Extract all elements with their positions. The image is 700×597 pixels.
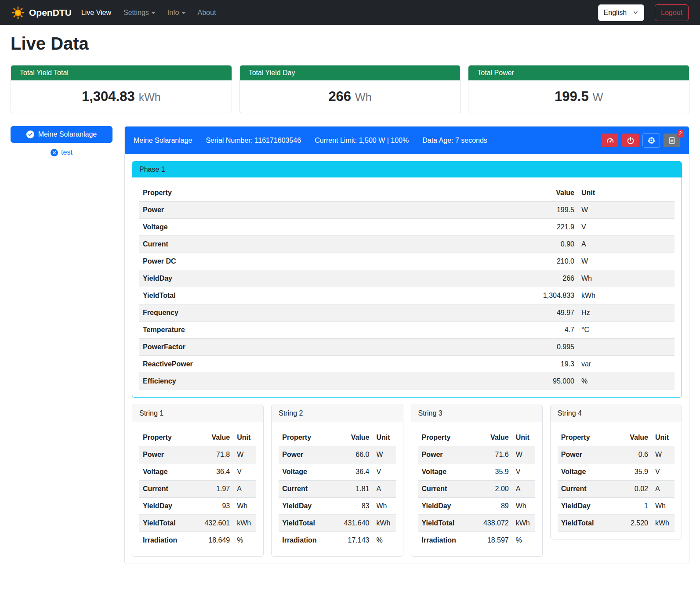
- value-cell: 4.7: [521, 322, 578, 339]
- property-cell: Efficiency: [139, 373, 521, 390]
- inverter-select-meine-solaranlage[interactable]: Meine Solaranlage: [11, 126, 112, 143]
- language-value: English: [604, 9, 627, 17]
- string-table: Property Value Unit Power66.0WVoltage36.…: [279, 429, 395, 549]
- value-cell: 18.597: [475, 532, 512, 549]
- inverter-limit: Current Limit: 1,500 W | 100%: [315, 137, 409, 145]
- nav-about[interactable]: About: [192, 5, 222, 20]
- table-row: Current2.00A: [418, 481, 535, 498]
- string-table-body: Power71.8WVoltage36.4VCurrent1.97AYieldD…: [139, 446, 256, 549]
- property-cell: Power DC: [139, 253, 521, 270]
- value-cell: 36.4: [196, 463, 233, 481]
- property-cell: Power: [139, 446, 196, 463]
- phase-table-body: Power199.5WVoltage221.9VCurrent0.90APowe…: [139, 202, 675, 390]
- property-cell: Irradiation: [418, 532, 475, 549]
- property-cell: Current: [139, 481, 196, 498]
- table-row: Voltage36.4V: [139, 463, 256, 481]
- property-cell: YieldDay: [279, 498, 335, 515]
- table-header-row: Property Value Unit: [279, 429, 395, 446]
- string-table: Property Value Unit Power71.6WVoltage35.…: [418, 429, 535, 549]
- table-row: Current0.02A: [558, 481, 675, 498]
- check-circle-icon: [26, 130, 34, 138]
- inverter-option-label: Meine Solaranlage: [38, 130, 97, 138]
- col-property: Property: [558, 429, 614, 446]
- logout-button[interactable]: Logout: [655, 4, 689, 21]
- property-cell: Current: [558, 481, 614, 498]
- device-info-button[interactable]: [643, 134, 660, 147]
- table-row: PowerFactor0.995: [139, 339, 675, 356]
- gauge-icon: [606, 136, 614, 145]
- nav-live-view[interactable]: Live View: [75, 5, 117, 20]
- table-row: Irradiation18.649%: [139, 532, 256, 549]
- value-cell: 438.072: [475, 515, 512, 532]
- value-cell: 2.00: [475, 481, 512, 498]
- unit-cell: V: [578, 219, 675, 236]
- total-yield-day-card: Total Yield Day 266Wh: [239, 65, 461, 113]
- inverter-select-test[interactable]: test: [11, 148, 112, 156]
- unit-cell: var: [578, 356, 675, 373]
- col-unit: Unit: [652, 429, 675, 446]
- phase-table: Property Value Unit Power199.5WVoltage22…: [139, 185, 675, 390]
- property-cell: Voltage: [418, 463, 475, 481]
- property-cell: Current: [139, 236, 521, 253]
- unit-cell: V: [373, 463, 396, 481]
- property-cell: YieldTotal: [418, 515, 475, 532]
- string-card-title: String 3: [411, 405, 542, 422]
- power-button[interactable]: [622, 134, 639, 147]
- value-cell: 95.000: [521, 373, 578, 390]
- unit-cell: %: [512, 532, 535, 549]
- property-cell: Voltage: [558, 463, 614, 481]
- limit-settings-button[interactable]: [602, 134, 618, 147]
- language-select[interactable]: English: [598, 4, 644, 21]
- unit-cell: V: [512, 463, 535, 481]
- card-title: Total Yield Day: [240, 65, 461, 80]
- unit-cell: A: [512, 481, 535, 498]
- string-card-body: Property Value Unit Power71.6WVoltage35.…: [411, 422, 542, 556]
- value-cell: 35.9: [475, 463, 512, 481]
- string-card-body: Property Value Unit Power66.0WVoltage36.…: [272, 422, 403, 556]
- value-cell: 1.81: [335, 481, 373, 498]
- brand-name: OpenDTU: [29, 7, 72, 18]
- total-yield-total-card: Total Yield Total 1,304.83kWh: [11, 65, 232, 113]
- nav-info[interactable]: Info: [161, 5, 192, 20]
- col-unit: Unit: [233, 429, 256, 446]
- property-cell: Temperature: [139, 322, 521, 339]
- top-navbar: OpenDTU Live View Settings Info About En…: [0, 0, 700, 25]
- table-row: Voltage221.9V: [139, 219, 675, 236]
- property-cell: YieldTotal: [139, 287, 521, 304]
- nav-settings[interactable]: Settings: [117, 5, 161, 20]
- string-card-body: Property Value Unit Power0.6WVoltage35.9…: [551, 422, 682, 539]
- unit-cell: W: [512, 446, 535, 463]
- col-value: Value: [521, 185, 578, 202]
- summary-cards: Total Yield Total 1,304.83kWh Total Yiel…: [11, 65, 689, 113]
- journal-icon: [668, 137, 676, 145]
- table-row: YieldDay1Wh: [558, 498, 675, 515]
- table-row: Power66.0W: [279, 446, 395, 463]
- string-card-title: String 2: [272, 405, 403, 422]
- string-card-title: String 4: [551, 405, 682, 422]
- property-cell: YieldDay: [558, 498, 614, 515]
- value-cell: 17.143: [335, 532, 373, 549]
- col-property: Property: [279, 429, 335, 446]
- property-cell: Power: [139, 202, 521, 219]
- col-property: Property: [139, 185, 521, 202]
- nav-right: English Logout: [598, 4, 689, 21]
- string-table-body: Power0.6WVoltage35.9VCurrent0.02AYieldDa…: [558, 446, 675, 532]
- value-cell: 0.90: [521, 236, 578, 253]
- table-row: YieldTotal432.601kWh: [139, 515, 256, 532]
- property-cell: Power: [558, 446, 614, 463]
- brand[interactable]: OpenDTU: [11, 6, 72, 19]
- value-cell: 1: [614, 498, 652, 515]
- table-row: YieldDay93Wh: [139, 498, 256, 515]
- inverter-actions: 2: [602, 134, 680, 147]
- table-row: Current0.90A: [139, 236, 675, 253]
- unit-cell: W: [652, 446, 675, 463]
- value-cell: 19.3: [521, 356, 578, 373]
- event-log-button[interactable]: 2: [664, 134, 680, 147]
- page-container: Live Data Total Yield Total 1,304.83kWh …: [0, 34, 700, 577]
- value-cell: 1.97: [196, 481, 233, 498]
- col-value: Value: [614, 429, 652, 446]
- value-cell: 71.6: [475, 446, 512, 463]
- property-cell: YieldDay: [139, 270, 521, 287]
- property-cell: YieldDay: [418, 498, 475, 515]
- page-title: Live Data: [11, 34, 689, 54]
